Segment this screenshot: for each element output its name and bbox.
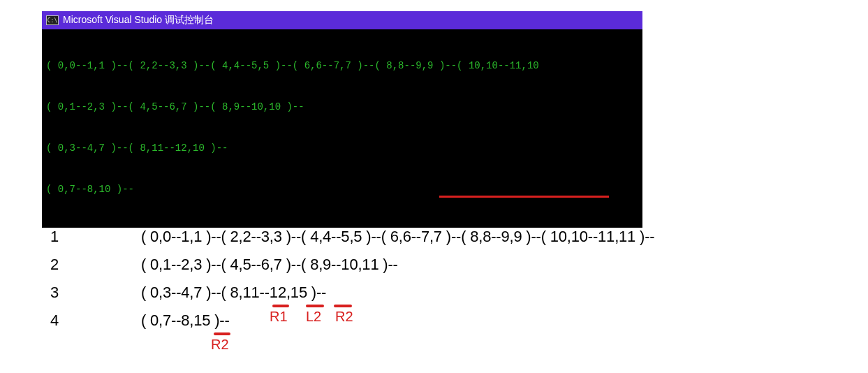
line-number: 4 (50, 312, 141, 330)
red-underline (214, 332, 230, 335)
line-number: 2 (50, 256, 141, 274)
console-line: ( 0,0--1,1 )--( 2,2--3,3 )--( 4,4--5,5 )… (46, 59, 638, 73)
annotation-r2: R2 (335, 309, 353, 325)
console-icon: C:\ (46, 15, 59, 25)
console-titlebar: C:\ Microsoft Visual Studio 调试控制台 (42, 11, 642, 29)
caption-text: 测试总共11个元素，下标最大为10，经测试 R1 、 L2 、 R2 均会越界 (140, 176, 609, 197)
line-content: ( 0,7--8,15 )-- (141, 312, 230, 330)
annotation-r2: R2 (211, 337, 229, 353)
line-content: ( 0,3--4,7 )--( 8,11--12,15 )-- (141, 284, 326, 302)
annotation-l2: L2 (306, 309, 321, 325)
caption-underlined: R1 、 L2 、 R2 均会越界 (439, 177, 609, 198)
line-row: 2 ( 0,1--2,3 )--( 4,5--6,7 )--( 8,9--10,… (50, 256, 654, 274)
caption-prefix: 测试总共11个元素，下标最大为10，经测试 (140, 177, 439, 195)
console-title: Microsoft Visual Studio 调试控制台 (63, 14, 214, 27)
line-content: ( 0,0--1,1 )--( 2,2--3,3 )--( 4,4--5,5 )… (141, 228, 654, 246)
console-line: ( 0,1--2,3 )--( 4,5--6,7 )--( 8,9--10,10… (46, 101, 638, 115)
red-underline (272, 305, 289, 307)
console-body: ( 0,0--1,1 )--( 2,2--3,3 )--( 4,4--5,5 )… (42, 29, 642, 228)
line-number: 3 (50, 284, 141, 302)
line-row: 1 ( 0,0--1,1 )--( 2,2--3,3 )--( 4,4--5,5… (50, 228, 654, 246)
line-number: 1 (50, 228, 141, 246)
line-row: 3 ( 0,3--4,7 )--( 8,11--12,15 )-- (50, 284, 654, 302)
red-underline (334, 305, 352, 307)
console-line: ( 0,3--4,7 )--( 8,11--12,10 )-- (46, 142, 638, 156)
line-content: ( 0,1--2,3 )--( 4,5--6,7 )--( 8,9--10,11… (141, 256, 398, 274)
annotation-r1: R1 (270, 309, 288, 325)
red-underline (306, 305, 324, 307)
